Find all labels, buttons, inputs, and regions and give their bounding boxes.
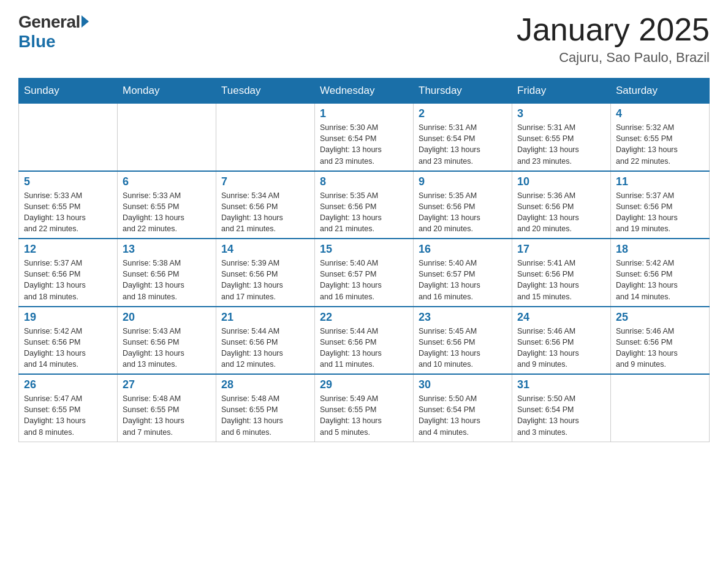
day-number: 1 <box>320 107 408 120</box>
day-info: Sunrise: 5:31 AM Sunset: 6:55 PM Dayligh… <box>517 122 605 167</box>
day-number: 10 <box>517 175 605 188</box>
day-info: Sunrise: 5:48 AM Sunset: 6:55 PM Dayligh… <box>221 393 309 438</box>
calendar-cell: 26Sunrise: 5:47 AM Sunset: 6:55 PM Dayli… <box>19 374 118 442</box>
calendar-cell: 23Sunrise: 5:45 AM Sunset: 6:56 PM Dayli… <box>414 307 512 375</box>
calendar-cell: 13Sunrise: 5:38 AM Sunset: 6:56 PM Dayli… <box>118 239 216 307</box>
week-row-1: 1Sunrise: 5:30 AM Sunset: 6:54 PM Daylig… <box>19 104 710 171</box>
day-number: 12 <box>24 243 112 256</box>
day-info: Sunrise: 5:44 AM Sunset: 6:56 PM Dayligh… <box>221 326 309 370</box>
day-header-tuesday: Tuesday <box>216 79 315 104</box>
day-number: 14 <box>221 243 309 256</box>
calendar-cell: 20Sunrise: 5:43 AM Sunset: 6:56 PM Dayli… <box>118 307 216 375</box>
day-number: 11 <box>616 175 704 188</box>
logo: General Blue <box>18 12 89 52</box>
page-header: General Blue January 2025 Cajuru, Sao Pa… <box>18 12 710 66</box>
calendar-cell <box>216 104 315 171</box>
calendar-cell: 19Sunrise: 5:42 AM Sunset: 6:56 PM Dayli… <box>19 307 118 375</box>
day-number: 18 <box>616 243 704 256</box>
logo-blue-text: Blue <box>18 32 89 52</box>
calendar-cell <box>611 374 710 442</box>
day-header-friday: Friday <box>512 79 611 104</box>
day-info: Sunrise: 5:35 AM Sunset: 6:56 PM Dayligh… <box>320 190 408 235</box>
day-info: Sunrise: 5:30 AM Sunset: 6:54 PM Dayligh… <box>320 122 408 167</box>
day-info: Sunrise: 5:45 AM Sunset: 6:56 PM Dayligh… <box>419 326 507 370</box>
week-row-3: 12Sunrise: 5:37 AM Sunset: 6:56 PM Dayli… <box>19 239 710 307</box>
day-info: Sunrise: 5:37 AM Sunset: 6:56 PM Dayligh… <box>24 258 112 302</box>
day-info: Sunrise: 5:43 AM Sunset: 6:56 PM Dayligh… <box>123 326 211 370</box>
logo-general-text: General <box>18 12 80 32</box>
calendar-cell: 11Sunrise: 5:37 AM Sunset: 6:56 PM Dayli… <box>611 171 710 239</box>
day-header-wednesday: Wednesday <box>315 79 414 104</box>
calendar-cell: 16Sunrise: 5:40 AM Sunset: 6:57 PM Dayli… <box>414 239 512 307</box>
day-number: 6 <box>123 175 211 188</box>
day-number: 20 <box>123 311 211 324</box>
day-number: 13 <box>123 243 211 256</box>
day-number: 28 <box>221 378 309 391</box>
calendar-cell: 14Sunrise: 5:39 AM Sunset: 6:56 PM Dayli… <box>216 239 315 307</box>
calendar-cell: 17Sunrise: 5:41 AM Sunset: 6:56 PM Dayli… <box>512 239 611 307</box>
day-number: 24 <box>517 311 605 324</box>
day-info: Sunrise: 5:47 AM Sunset: 6:55 PM Dayligh… <box>24 393 112 438</box>
day-number: 19 <box>24 311 112 324</box>
calendar-cell: 21Sunrise: 5:44 AM Sunset: 6:56 PM Dayli… <box>216 307 315 375</box>
calendar-cell: 24Sunrise: 5:46 AM Sunset: 6:56 PM Dayli… <box>512 307 611 375</box>
day-info: Sunrise: 5:50 AM Sunset: 6:54 PM Dayligh… <box>517 393 605 438</box>
calendar-cell: 28Sunrise: 5:48 AM Sunset: 6:55 PM Dayli… <box>216 374 315 442</box>
day-number: 26 <box>24 378 112 391</box>
calendar-cell: 31Sunrise: 5:50 AM Sunset: 6:54 PM Dayli… <box>512 374 611 442</box>
day-number: 30 <box>419 378 507 391</box>
calendar-title: January 2025 <box>517 12 710 47</box>
day-info: Sunrise: 5:31 AM Sunset: 6:54 PM Dayligh… <box>419 122 507 167</box>
day-info: Sunrise: 5:42 AM Sunset: 6:56 PM Dayligh… <box>616 258 704 302</box>
logo-arrow-icon <box>82 15 89 28</box>
day-header-thursday: Thursday <box>414 79 512 104</box>
day-info: Sunrise: 5:34 AM Sunset: 6:56 PM Dayligh… <box>221 190 309 235</box>
calendar-cell: 30Sunrise: 5:50 AM Sunset: 6:54 PM Dayli… <box>414 374 512 442</box>
day-header-monday: Monday <box>118 79 216 104</box>
day-info: Sunrise: 5:35 AM Sunset: 6:56 PM Dayligh… <box>419 190 507 235</box>
calendar-cell: 10Sunrise: 5:36 AM Sunset: 6:56 PM Dayli… <box>512 171 611 239</box>
calendar-cell: 5Sunrise: 5:33 AM Sunset: 6:55 PM Daylig… <box>19 171 118 239</box>
day-number: 7 <box>221 175 309 188</box>
day-info: Sunrise: 5:39 AM Sunset: 6:56 PM Dayligh… <box>221 258 309 302</box>
calendar-cell: 15Sunrise: 5:40 AM Sunset: 6:57 PM Dayli… <box>315 239 414 307</box>
day-info: Sunrise: 5:42 AM Sunset: 6:56 PM Dayligh… <box>24 326 112 370</box>
day-number: 31 <box>517 378 605 391</box>
calendar-cell: 29Sunrise: 5:49 AM Sunset: 6:55 PM Dayli… <box>315 374 414 442</box>
calendar-cell: 8Sunrise: 5:35 AM Sunset: 6:56 PM Daylig… <box>315 171 414 239</box>
calendar-cell: 6Sunrise: 5:33 AM Sunset: 6:55 PM Daylig… <box>118 171 216 239</box>
calendar-cell: 27Sunrise: 5:48 AM Sunset: 6:55 PM Dayli… <box>118 374 216 442</box>
day-info: Sunrise: 5:32 AM Sunset: 6:55 PM Dayligh… <box>616 122 704 167</box>
day-number: 4 <box>616 107 704 120</box>
day-info: Sunrise: 5:46 AM Sunset: 6:56 PM Dayligh… <box>517 326 605 370</box>
day-info: Sunrise: 5:46 AM Sunset: 6:56 PM Dayligh… <box>616 326 704 370</box>
day-info: Sunrise: 5:41 AM Sunset: 6:56 PM Dayligh… <box>517 258 605 302</box>
calendar-cell: 18Sunrise: 5:42 AM Sunset: 6:56 PM Dayli… <box>611 239 710 307</box>
day-info: Sunrise: 5:40 AM Sunset: 6:57 PM Dayligh… <box>419 258 507 302</box>
week-row-2: 5Sunrise: 5:33 AM Sunset: 6:55 PM Daylig… <box>19 171 710 239</box>
calendar-cell: 1Sunrise: 5:30 AM Sunset: 6:54 PM Daylig… <box>315 104 414 171</box>
day-number: 2 <box>419 107 507 120</box>
calendar-cell: 22Sunrise: 5:44 AM Sunset: 6:56 PM Dayli… <box>315 307 414 375</box>
day-number: 21 <box>221 311 309 324</box>
day-info: Sunrise: 5:33 AM Sunset: 6:55 PM Dayligh… <box>24 190 112 235</box>
day-number: 5 <box>24 175 112 188</box>
day-header-saturday: Saturday <box>611 79 710 104</box>
day-info: Sunrise: 5:33 AM Sunset: 6:55 PM Dayligh… <box>123 190 211 235</box>
day-info: Sunrise: 5:36 AM Sunset: 6:56 PM Dayligh… <box>517 190 605 235</box>
week-row-5: 26Sunrise: 5:47 AM Sunset: 6:55 PM Dayli… <box>19 374 710 442</box>
day-number: 16 <box>419 243 507 256</box>
day-number: 23 <box>419 311 507 324</box>
day-number: 9 <box>419 175 507 188</box>
calendar-cell: 12Sunrise: 5:37 AM Sunset: 6:56 PM Dayli… <box>19 239 118 307</box>
day-info: Sunrise: 5:38 AM Sunset: 6:56 PM Dayligh… <box>123 258 211 302</box>
day-header-row: SundayMondayTuesdayWednesdayThursdayFrid… <box>19 79 710 104</box>
calendar-cell: 7Sunrise: 5:34 AM Sunset: 6:56 PM Daylig… <box>216 171 315 239</box>
calendar-cell <box>19 104 118 171</box>
day-number: 3 <box>517 107 605 120</box>
calendar-cell: 4Sunrise: 5:32 AM Sunset: 6:55 PM Daylig… <box>611 104 710 171</box>
calendar-cell: 3Sunrise: 5:31 AM Sunset: 6:55 PM Daylig… <box>512 104 611 171</box>
day-info: Sunrise: 5:49 AM Sunset: 6:55 PM Dayligh… <box>320 393 408 438</box>
calendar-cell: 25Sunrise: 5:46 AM Sunset: 6:56 PM Dayli… <box>611 307 710 375</box>
calendar-cell: 9Sunrise: 5:35 AM Sunset: 6:56 PM Daylig… <box>414 171 512 239</box>
